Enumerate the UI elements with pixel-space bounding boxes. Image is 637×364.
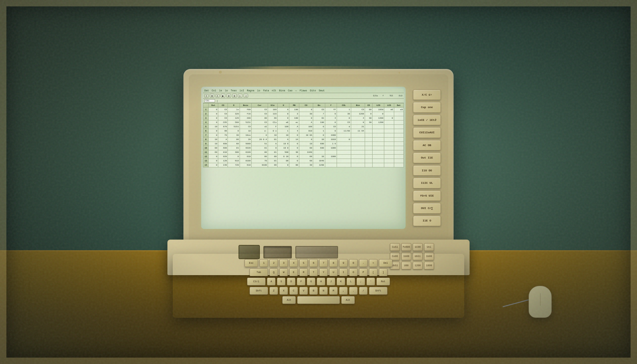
cell[interactable]: 0 [252, 133, 268, 138]
cell[interactable] [365, 125, 373, 129]
cell[interactable]: 0 [313, 133, 325, 138]
cell[interactable]: 00 [209, 146, 218, 150]
key-v[interactable]: V [299, 287, 308, 295]
menu-ragna[interactable]: Ragna [247, 89, 254, 92]
cell[interactable]: 0 [351, 121, 365, 125]
cell[interactable] [365, 150, 373, 155]
cell[interactable]: 100 [313, 121, 325, 125]
cell[interactable]: 0 [373, 112, 384, 116]
cell[interactable]: 20 [240, 138, 251, 142]
cell[interactable]: 0 [289, 142, 299, 146]
cell[interactable] [373, 142, 384, 146]
cell[interactable]: 00 [299, 155, 313, 159]
cell[interactable]: 0 [299, 108, 313, 112]
side-btn-ilu[interactable]: IlU OO [413, 165, 441, 176]
key-esc[interactable]: Esc [245, 259, 258, 267]
cell[interactable]: 10 0A [299, 133, 313, 138]
cell[interactable]: 200 [240, 116, 251, 121]
cell[interactable]: 0 10 [278, 155, 289, 159]
cell[interactable]: 10 0 [278, 146, 289, 150]
cell[interactable]: CO [325, 125, 337, 129]
cell[interactable]: 10 [209, 138, 218, 142]
cell[interactable] [394, 133, 403, 138]
key-3[interactable]: 3 [279, 259, 288, 267]
cell[interactable]: A [278, 138, 289, 142]
menu-nit[interactable]: nIt [272, 89, 277, 92]
cell[interactable]: 00 [268, 155, 277, 159]
cell[interactable]: CO [337, 121, 351, 125]
cell[interactable]: 610 [240, 163, 251, 167]
menu-dat[interactable]: Dat [204, 89, 209, 92]
cell[interactable]: CCo [268, 121, 277, 125]
cell[interactable]: CO5 [218, 121, 228, 125]
cell[interactable]: CO [252, 112, 268, 116]
key-r[interactable]: R [299, 268, 308, 276]
cell[interactable] [325, 159, 337, 163]
key-l[interactable]: L [347, 278, 355, 285]
cell[interactable] [384, 159, 394, 163]
cell[interactable]: f16 [240, 112, 251, 116]
cell[interactable] [394, 125, 403, 129]
cell[interactable]: f00 [240, 108, 251, 112]
cell[interactable]: 30 [365, 116, 373, 121]
cell[interactable]: 10 [299, 142, 313, 146]
side-btn-loce[interactable]: loCE / lEt∂ [413, 115, 441, 125]
cell[interactable]: 560 [228, 121, 240, 125]
key-w[interactable]: W [279, 268, 288, 276]
cell[interactable]: 320 [228, 112, 240, 116]
cell[interactable]: 1040 [299, 150, 313, 155]
cell[interactable] [337, 142, 351, 146]
cell[interactable]: ec [289, 121, 299, 125]
cell[interactable]: 01 [313, 116, 325, 121]
cell[interactable] [384, 125, 394, 129]
cell[interactable]: 1200 [351, 112, 365, 116]
cell[interactable]: 0 [289, 155, 299, 159]
menu-smut[interactable]: Smut [319, 89, 325, 92]
key-tab[interactable]: Tab [250, 268, 268, 276]
cell[interactable]: cE [252, 125, 268, 129]
cell[interactable]: 140 [218, 163, 228, 167]
cell[interactable] [365, 146, 373, 150]
cell[interactable]: 06 [228, 138, 240, 142]
cell[interactable]: eE [278, 121, 289, 125]
key-j[interactable]: J [327, 278, 335, 285]
menu-dito[interactable]: Dito [310, 89, 316, 92]
cell[interactable]: 30 [365, 121, 373, 125]
cell[interactable]: A [268, 142, 277, 146]
cell[interactable]: 4 [325, 116, 337, 121]
cell[interactable] [373, 129, 384, 133]
cell[interactable] [384, 129, 394, 133]
cell[interactable] [384, 163, 394, 167]
cell-reference[interactable]: C01 [204, 99, 215, 102]
key-n[interactable]: N [319, 287, 328, 295]
cell[interactable]: 0 [337, 116, 351, 121]
cell[interactable]: 5151 [240, 121, 251, 125]
cell[interactable] [351, 159, 365, 163]
toolbar-btn-3[interactable]: A [215, 94, 220, 98]
cell[interactable]: e0 [394, 108, 403, 112]
key-s[interactable]: S [277, 278, 285, 285]
side-btn-cuilo[interactable]: CUIlIoAUI [413, 127, 441, 138]
cell[interactable] [384, 142, 394, 146]
cell[interactable]: 0 [228, 129, 240, 133]
cell[interactable]: 1 [278, 129, 289, 133]
cell[interactable] [337, 155, 351, 159]
key-z[interactable]: Z [269, 287, 278, 295]
cell[interactable] [394, 155, 403, 159]
key-f[interactable]: F [297, 278, 305, 285]
cell[interactable]: 100 [289, 116, 299, 121]
key-q[interactable]: Q [269, 268, 278, 276]
cell[interactable] [351, 146, 365, 150]
cell[interactable]: 0 [209, 116, 218, 121]
cell[interactable]: 600 [313, 146, 325, 150]
side-btn-ac[interactable]: AC OB [413, 140, 441, 150]
cell[interactable] [384, 146, 394, 150]
cell[interactable]: 00 [299, 146, 313, 150]
cell[interactable] [365, 138, 373, 142]
cell[interactable]: 5151 [228, 125, 240, 129]
cell[interactable] [325, 150, 337, 155]
cell[interactable]: 0 [289, 159, 299, 163]
cell[interactable] [384, 150, 394, 155]
key-bracket-r[interactable]: ] [379, 268, 387, 276]
cell[interactable]: 30 [299, 163, 313, 167]
